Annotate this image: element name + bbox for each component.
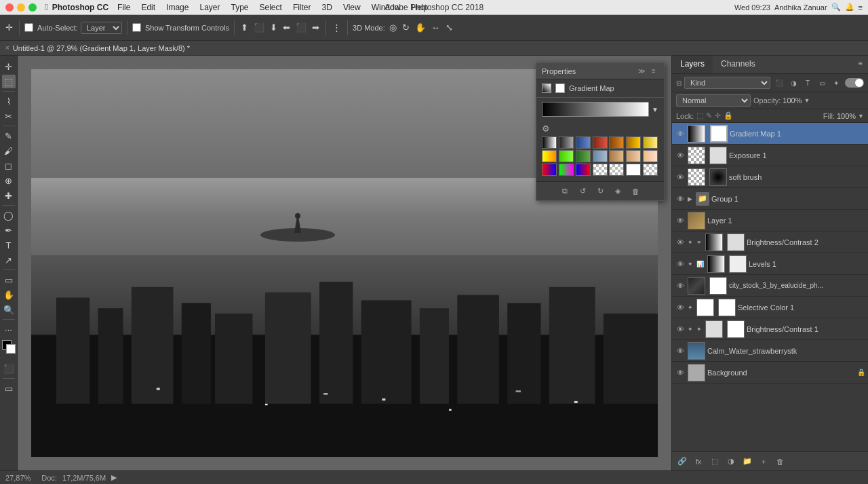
lock-move-icon[interactable]: ✛ — [715, 111, 721, 120]
layer-item[interactable]: 👁 ✦ ⚭ Brightness/Contrast 2 — [672, 231, 868, 253]
link-layers-btn[interactable]: 🔗 — [676, 455, 688, 468]
add-mask-btn[interactable]: ⬚ — [709, 455, 721, 468]
menu-image[interactable]: Image — [161, 1, 193, 14]
gradient-swatch[interactable] — [593, 164, 608, 176]
gradient-swatch[interactable] — [626, 150, 641, 162]
filter-shape-icon[interactable]: ▭ — [816, 77, 828, 89]
gradient-swatch[interactable] — [626, 164, 641, 176]
gradient-swatch[interactable] — [542, 150, 557, 162]
align-top-icon[interactable]: ⬆ — [239, 21, 250, 34]
notification-icon[interactable]: 🔔 — [845, 3, 854, 12]
brush-tool[interactable]: 🖌 — [2, 144, 16, 157]
minimize-button[interactable] — [17, 3, 25, 12]
menu-select[interactable]: Select — [255, 1, 287, 14]
filter-smart-icon[interactable]: ✦ — [830, 77, 842, 89]
auto-select-dropdown[interactable]: Layer Group — [81, 22, 122, 34]
align-left-icon[interactable]: ⬅ — [281, 21, 292, 34]
props-prev-btn[interactable]: ↺ — [576, 185, 589, 198]
layer-visibility-toggle[interactable]: 👁 — [675, 130, 686, 138]
props-delete-btn[interactable]: 🗑 — [629, 185, 642, 198]
opacity-chevron-icon[interactable]: ▼ — [804, 97, 810, 104]
menu-extra-icon[interactable]: ≡ — [859, 3, 863, 12]
layer-effects-btn[interactable]: fx — [692, 455, 705, 468]
layer-visibility-toggle[interactable]: 👁 — [675, 217, 686, 225]
layer-item-group[interactable]: 👁 ▶ 📁 Group 1 — [672, 188, 868, 210]
properties-collapse-btn[interactable]: ≫ — [637, 67, 646, 76]
gradient-bar[interactable] — [542, 102, 649, 117]
show-transform-checkbox[interactable] — [132, 23, 141, 32]
filter-type-icon[interactable]: T — [802, 77, 814, 89]
pen-tool[interactable]: ✒ — [2, 223, 16, 237]
align-horiz-center-icon[interactable]: ⬛ — [294, 21, 308, 34]
path-select-tool[interactable]: ↗ — [2, 253, 16, 267]
layer-item[interactable]: 👁 soft brush — [672, 166, 868, 188]
screen-mode[interactable]: ▭ — [2, 381, 16, 395]
props-visibility-btn[interactable]: ◈ — [612, 185, 624, 198]
layer-item[interactable]: 👁 Layer 1 — [672, 210, 868, 231]
gradient-swatch[interactable] — [643, 150, 658, 162]
layer-visibility-toggle[interactable]: 👁 — [675, 195, 686, 203]
gradient-swatch[interactable] — [609, 164, 624, 176]
lock-all-icon[interactable]: 🔒 — [724, 111, 733, 120]
menu-type[interactable]: Type — [226, 1, 254, 14]
fill-value[interactable]: 100% — [837, 112, 856, 120]
gradient-swatch[interactable] — [626, 136, 641, 149]
extra-tool[interactable]: ··· — [2, 322, 16, 336]
select-tool[interactable]: ⬚ — [2, 75, 16, 88]
3d-roll-icon[interactable]: ↻ — [401, 21, 411, 34]
background-color[interactable] — [6, 344, 16, 354]
3d-slide-icon[interactable]: ↔ — [430, 21, 441, 34]
layer-visibility-toggle[interactable]: 👁 — [675, 325, 686, 333]
distribute-icons[interactable]: ⋮ — [331, 21, 342, 34]
add-group-btn[interactable]: 📁 — [741, 455, 753, 468]
blend-mode-select[interactable]: Normal Multiply Screen — [676, 94, 751, 107]
layer-visibility-toggle[interactable]: 👁 — [675, 347, 686, 355]
fill-chevron-icon[interactable]: ▼ — [858, 113, 864, 119]
filter-toggle[interactable] — [845, 78, 864, 88]
layer-item[interactable]: 👁 city_stock_3_by_ealucide_ph... — [672, 275, 868, 297]
panel-menu-icon[interactable]: ≡ — [853, 56, 868, 73]
type-tool[interactable]: T — [2, 238, 16, 252]
menu-3d[interactable]: 3D — [317, 1, 337, 14]
layer-visibility-toggle[interactable]: 👁 — [675, 260, 686, 268]
healing-tool[interactable]: ✚ — [2, 189, 16, 202]
color-swatches[interactable] — [2, 340, 16, 354]
group-expand-icon[interactable]: ▶ — [688, 196, 692, 202]
eyedropper-tool[interactable]: ✎ — [2, 129, 16, 143]
gradient-swatch[interactable] — [609, 150, 624, 162]
menu-filter[interactable]: Filter — [288, 1, 316, 14]
move-tool-icon[interactable]: ✛ — [4, 21, 14, 34]
layer-item[interactable]: 👁 Background 🔒 — [672, 362, 868, 384]
gradient-swatch[interactable] — [542, 136, 557, 149]
filter-kind-select[interactable]: Kind Name Effect — [684, 77, 770, 89]
layer-item[interactable]: 👁 Calm_Water_strawberrystk — [672, 340, 868, 362]
crop-tool[interactable]: ✂ — [2, 109, 16, 123]
tab-layers[interactable]: Layers — [672, 56, 713, 73]
align-vert-center-icon[interactable]: ⬛ — [252, 21, 266, 34]
hand-tool[interactable]: ✋ — [2, 288, 16, 301]
3d-orbit-icon[interactable]: ◎ — [388, 21, 398, 34]
align-bottom-icon[interactable]: ⬇ — [269, 21, 279, 34]
lasso-tool[interactable]: ⌇ — [2, 94, 16, 108]
3d-scale-icon[interactable]: ⤡ — [444, 21, 454, 34]
props-link-btn[interactable]: ⧉ — [559, 185, 571, 198]
gradient-swatch[interactable] — [643, 164, 658, 176]
gradient-swatch[interactable] — [593, 150, 608, 162]
opacity-value[interactable]: 100% — [783, 96, 802, 105]
layer-item[interactable]: 👁 ✦ 📊 Levels 1 — [672, 253, 868, 275]
layer-visibility-toggle[interactable]: 👁 — [675, 369, 686, 377]
maximize-button[interactable] — [28, 3, 37, 12]
layer-item[interactable]: 👁 ✦ Selective Color 1 — [672, 297, 868, 318]
close-button[interactable] — [5, 3, 14, 12]
gradient-swatch[interactable] — [576, 136, 591, 149]
add-layer-btn[interactable]: + — [757, 455, 770, 468]
auto-select-checkbox[interactable] — [24, 23, 33, 32]
gear-icon[interactable]: ⚙ — [542, 124, 550, 134]
add-adjustment-btn[interactable]: ◑ — [725, 455, 737, 468]
gradient-expand-icon[interactable]: ▼ — [652, 106, 658, 113]
tab-close-button[interactable]: × — [5, 44, 9, 52]
status-arrow-icon[interactable]: ▶ — [111, 473, 117, 482]
layer-visibility-toggle[interactable]: 👁 — [675, 282, 686, 290]
align-right-icon[interactable]: ➡ — [311, 21, 321, 34]
filter-pixel-icon[interactable]: ⬛ — [773, 77, 785, 89]
